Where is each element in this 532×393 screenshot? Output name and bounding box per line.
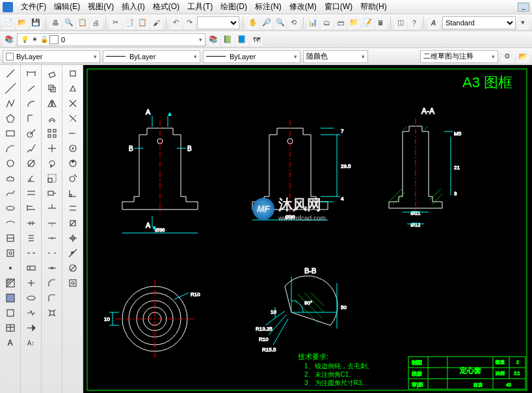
plotstyle-select[interactable]: 随颜色 ▾ bbox=[303, 50, 368, 63]
linetype-select[interactable]: ByLayer ▾ bbox=[103, 50, 200, 63]
sheetset-icon[interactable]: 📁 bbox=[348, 16, 360, 29]
xline-icon[interactable] bbox=[3, 81, 18, 96]
properties-icon[interactable]: 📊 bbox=[307, 16, 319, 29]
region-icon[interactable] bbox=[3, 306, 18, 320]
dim-arc-icon[interactable] bbox=[23, 96, 39, 111]
hatch-icon[interactable] bbox=[3, 276, 18, 290]
publish-icon[interactable]: 📋 bbox=[76, 16, 88, 29]
tolerance-icon[interactable] bbox=[23, 261, 39, 275]
osnap-par-icon[interactable] bbox=[65, 201, 81, 215]
arc-icon[interactable] bbox=[3, 141, 18, 156]
layer-prev-icon[interactable]: 📚 bbox=[207, 33, 220, 46]
matchprop-icon[interactable]: 🖌 bbox=[150, 16, 163, 29]
dim-space-icon[interactable] bbox=[23, 231, 39, 245]
erase-icon[interactable] bbox=[44, 66, 60, 81]
block-make-icon[interactable] bbox=[3, 246, 18, 260]
dim-jog-icon[interactable] bbox=[23, 141, 39, 156]
menu-file[interactable]: 文件(F) bbox=[17, 0, 50, 14]
qdim-icon[interactable] bbox=[23, 186, 39, 200]
minimize-button[interactable]: _ bbox=[518, 3, 529, 12]
ellipsearc-icon[interactable] bbox=[3, 216, 18, 230]
lineweight-select[interactable]: ByLayer ▾ bbox=[203, 50, 300, 63]
layerprops-icon[interactable]: 📚 bbox=[3, 33, 16, 46]
circle-icon[interactable] bbox=[3, 156, 18, 170]
array-icon[interactable] bbox=[44, 126, 60, 141]
designcenter-icon[interactable]: 🗂 bbox=[321, 16, 333, 29]
rectangle-icon[interactable] bbox=[3, 126, 18, 141]
table-icon[interactable] bbox=[3, 321, 18, 335]
dim-base-icon[interactable] bbox=[23, 201, 39, 215]
osnap-nod-icon[interactable] bbox=[65, 231, 81, 245]
menu-format[interactable]: 格式(O) bbox=[149, 0, 183, 14]
pline-icon[interactable] bbox=[3, 96, 18, 111]
osnap-end-icon[interactable] bbox=[65, 66, 81, 81]
osnap-appint-icon[interactable] bbox=[65, 111, 81, 126]
layer-state-icon[interactable]: 📗 bbox=[221, 33, 234, 46]
line-icon[interactable] bbox=[3, 66, 18, 81]
dim-jogline-icon[interactable] bbox=[23, 306, 39, 320]
textstyle-icon[interactable]: A bbox=[427, 16, 440, 29]
mirror-icon[interactable] bbox=[44, 96, 60, 111]
plot-icon[interactable]: 🖨 bbox=[90, 16, 102, 29]
move-icon[interactable] bbox=[44, 141, 60, 156]
osnap-tan-icon[interactable] bbox=[65, 171, 81, 185]
osnap-qua-icon[interactable] bbox=[65, 156, 81, 170]
polygon-icon[interactable] bbox=[3, 111, 18, 126]
open-icon[interactable]: 📂 bbox=[16, 16, 29, 29]
ellipse-icon[interactable] bbox=[3, 201, 18, 215]
zoom-rt-icon[interactable]: 🔎 bbox=[260, 16, 273, 29]
spline-icon[interactable] bbox=[3, 186, 18, 200]
join-icon[interactable] bbox=[44, 261, 60, 275]
menu-help[interactable]: 帮助(H) bbox=[356, 0, 391, 14]
rotate-icon[interactable] bbox=[44, 156, 60, 170]
new-icon[interactable]: 📄 bbox=[3, 16, 15, 29]
block-icon[interactable]: ◫ bbox=[394, 16, 406, 29]
menu-dimension[interactable]: 标注(N) bbox=[251, 0, 286, 14]
ws-save-icon[interactable]: 📂 bbox=[516, 50, 529, 63]
textstyle-select[interactable]: Standard bbox=[442, 16, 516, 29]
dim-break-icon[interactable] bbox=[23, 246, 39, 260]
menu-window[interactable]: 窗口(W) bbox=[321, 0, 356, 14]
undo-icon[interactable]: ↶ bbox=[170, 16, 182, 29]
text-dd-icon[interactable]: ▾ bbox=[517, 16, 529, 29]
dim-edit-icon[interactable] bbox=[23, 321, 39, 335]
dim-dia-icon[interactable] bbox=[23, 156, 39, 170]
dim-ord-icon[interactable] bbox=[23, 111, 39, 126]
ws-settings-icon[interactable]: ⚙ bbox=[501, 50, 514, 63]
menu-edit[interactable]: 编辑(E) bbox=[50, 0, 84, 14]
workspace-select[interactable]: 二维草图与注释 ▾ bbox=[420, 50, 498, 63]
osnap-per-icon[interactable] bbox=[65, 186, 81, 200]
dim-cont-icon[interactable] bbox=[23, 216, 39, 230]
copy-obj-icon[interactable] bbox=[44, 81, 60, 96]
menu-draw[interactable]: 绘图(D) bbox=[217, 0, 251, 14]
color-select[interactable]: ByLayer ▾ bbox=[3, 50, 100, 63]
dim-angle-icon[interactable] bbox=[23, 171, 39, 185]
undo-history-select[interactable] bbox=[197, 16, 240, 29]
quickcalc-icon[interactable]: 🖩 bbox=[375, 16, 388, 29]
zoom-win-icon[interactable]: 🔍 bbox=[274, 16, 286, 29]
stretch-icon[interactable] bbox=[44, 186, 60, 200]
dim-aligned-icon[interactable] bbox=[23, 81, 39, 96]
revcloud-icon[interactable] bbox=[3, 171, 18, 185]
osnap-ext-icon[interactable] bbox=[65, 126, 81, 141]
osnap-set-icon[interactable] bbox=[65, 276, 81, 290]
save-icon[interactable]: 💾 bbox=[30, 16, 42, 29]
menu-modify[interactable]: 修改(M) bbox=[286, 0, 321, 14]
osnap-int-icon[interactable] bbox=[65, 96, 81, 111]
markup-icon[interactable]: 📝 bbox=[362, 16, 374, 29]
break-icon[interactable] bbox=[44, 246, 60, 260]
preview-icon[interactable]: 🔍 bbox=[63, 16, 75, 29]
menu-view[interactable]: 视图(V) bbox=[84, 0, 118, 14]
dim-radius-icon[interactable] bbox=[23, 126, 39, 141]
osnap-mid-icon[interactable] bbox=[65, 81, 81, 96]
osnap-cen-icon[interactable] bbox=[65, 141, 81, 156]
center-mark-icon[interactable] bbox=[23, 276, 39, 290]
explode-icon[interactable] bbox=[44, 306, 60, 320]
layer-walk-icon[interactable]: 🗺 bbox=[250, 33, 263, 46]
dim-tedit-icon[interactable]: A↕ bbox=[23, 336, 39, 350]
cut-icon[interactable]: ✂ bbox=[109, 16, 122, 29]
pan-icon[interactable]: ✋ bbox=[246, 16, 259, 29]
drawing-canvas[interactable]: A3 图框 A B B A bbox=[83, 65, 532, 393]
offset-icon[interactable] bbox=[44, 111, 60, 126]
osnap-none-icon[interactable] bbox=[65, 261, 81, 275]
